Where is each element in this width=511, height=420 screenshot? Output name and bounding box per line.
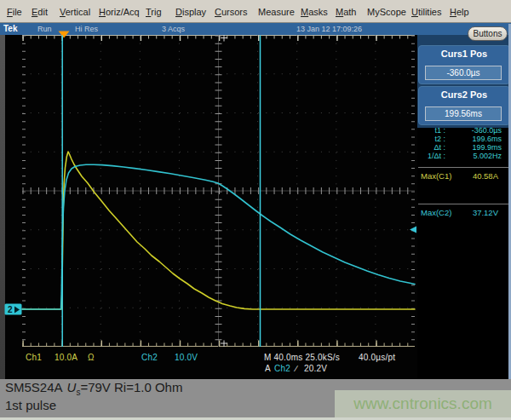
cursor2-position-field[interactable]: 199.56ms [425, 106, 502, 121]
device-name: SM5S24A [5, 380, 63, 394]
ch1-scale: 10.0A [55, 353, 78, 362]
measurement-divider-1 [418, 167, 510, 168]
cursor-readout-t2: t2 : 199.6ms [417, 135, 508, 143]
menu-bar: File Edit Vertical Horiz/Acq Trig Displa… [0, 0, 511, 23]
ch2-scale: 10.0V [175, 353, 198, 362]
ch2-offscreen-arrow-icon [410, 227, 416, 233]
menu-edit[interactable]: Edit [32, 7, 48, 17]
trigger-source: Ch2 [274, 364, 290, 373]
cursor-readout-inv-dt: 1/Δt : 5.002Hz [417, 152, 508, 160]
ch2-position-marker[interactable]: 2 [5, 304, 22, 315]
menu-help[interactable]: Help [450, 7, 469, 17]
max-c2-measurement: Max(C2) 37.12V [417, 208, 508, 217]
menu-horiz-acq[interactable]: Horiz/Acq [99, 7, 140, 17]
cursor1-position-field[interactable]: -360.0µs [425, 66, 502, 80]
menu-measure[interactable]: Measure [258, 7, 295, 17]
buttons-button[interactable]: Buttons [468, 26, 508, 41]
menu-trig[interactable]: Trig [146, 7, 162, 17]
menu-masks[interactable]: Masks [301, 7, 328, 17]
cursor-readout-dt: Δt : 199.9ms [417, 143, 508, 152]
trigger-slope-icon: ∕ [296, 364, 297, 373]
timebase-readout: M 40.0ms 25.0kS/s [264, 353, 340, 362]
menu-file[interactable]: File [7, 7, 22, 17]
cursor-readout-t1: t1 : -360.0µs [417, 126, 508, 135]
sidebar-lower-background [417, 128, 511, 379]
svg-text:2: 2 [8, 305, 13, 314]
oscilloscope-app: File Edit Vertical Horiz/Acq Trig Displa… [0, 0, 511, 420]
watermark-box: www.cntronics.com [335, 390, 511, 417]
caption-area: SM5S24AUs=79V Ri=1.0 Ohm 1st pulse www.c… [0, 379, 511, 420]
menu-display[interactable]: Display [175, 7, 206, 17]
caption-line1: SM5S24AUs=79V Ri=1.0 Ohm [5, 380, 182, 397]
graticule: 2 [0, 29, 419, 379]
record-center-marker-bottom [221, 341, 227, 348]
menu-math[interactable]: Math [336, 7, 356, 17]
max-c1-measurement: Max(C1) 40.58A [417, 171, 508, 181]
trigger-prefix: A [265, 364, 271, 373]
measurement-divider-2 [418, 204, 510, 204]
trigger-position-icon[interactable] [59, 32, 70, 38]
ch1-label[interactable]: Ch1 [26, 353, 42, 362]
ch2-label[interactable]: Ch2 [141, 353, 158, 362]
caption-line2: 1st pulse [5, 398, 56, 412]
ch1-coupling-icon: Ω [88, 353, 95, 362]
trigger-level: 20.2V [304, 364, 327, 373]
watermark-text: www.cntronics.com [353, 394, 492, 413]
cursor2-panel-title: Curs2 Pos [419, 89, 509, 100]
resolution-readout: 40.0µs/pt [359, 353, 395, 362]
cursor1-panel-title: Curs1 Pos [419, 49, 509, 59]
menu-vertical[interactable]: Vertical [60, 7, 90, 17]
menu-cursors[interactable]: Cursors [215, 7, 248, 17]
menu-utilities[interactable]: Utilities [411, 7, 441, 17]
menu-myscope[interactable]: MyScope [367, 7, 406, 17]
